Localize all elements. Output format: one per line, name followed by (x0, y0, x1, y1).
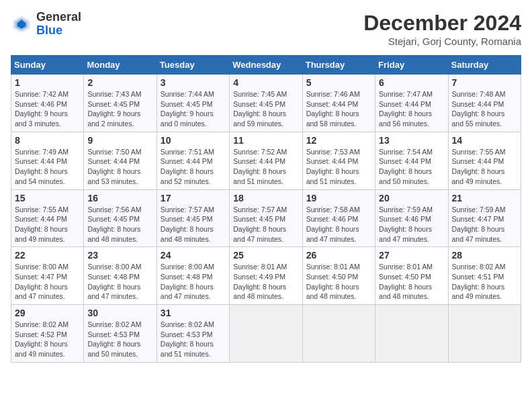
day-number: 12 (306, 135, 371, 146)
calendar-cell: 10Sunrise: 7:51 AM Sunset: 4:44 PM Dayli… (157, 132, 229, 189)
day-number: 19 (306, 193, 371, 203)
location: Stejari, Gorj County, Romania (363, 36, 521, 47)
day-number: 18 (233, 193, 298, 203)
day-number: 17 (161, 193, 226, 203)
day-number: 31 (161, 308, 226, 318)
day-number: 21 (452, 193, 517, 203)
calendar-cell (230, 305, 302, 363)
day-number: 20 (379, 193, 444, 203)
day-number: 1 (15, 77, 80, 88)
day-number: 11 (233, 135, 298, 146)
calendar-cell: 29Sunrise: 8:02 AM Sunset: 4:52 PM Dayli… (11, 305, 84, 363)
calendar-cell (448, 305, 521, 363)
calendar-cell: 13Sunrise: 7:54 AM Sunset: 4:44 PM Dayli… (375, 132, 448, 189)
day-info: Sunrise: 7:51 AM Sunset: 4:44 PM Dayligh… (161, 147, 226, 187)
calendar-cell: 1Sunrise: 7:42 AM Sunset: 4:46 PM Daylig… (11, 75, 84, 132)
day-number: 29 (15, 308, 80, 318)
day-number: 9 (87, 135, 152, 146)
day-info: Sunrise: 7:52 AM Sunset: 4:44 PM Dayligh… (233, 147, 298, 187)
day-info: Sunrise: 7:59 AM Sunset: 4:47 PM Dayligh… (452, 205, 517, 244)
day-number: 10 (161, 135, 226, 146)
calendar-week-3: 15Sunrise: 7:55 AM Sunset: 4:44 PM Dayli… (11, 189, 521, 247)
day-info: Sunrise: 7:50 AM Sunset: 4:44 PM Dayligh… (87, 147, 152, 187)
calendar-cell: 5Sunrise: 7:46 AM Sunset: 4:44 PM Daylig… (302, 75, 375, 132)
day-number: 15 (15, 193, 80, 203)
calendar-cell: 2Sunrise: 7:43 AM Sunset: 4:45 PM Daylig… (84, 75, 157, 132)
day-info: Sunrise: 8:00 AM Sunset: 4:47 PM Dayligh… (15, 262, 80, 302)
day-info: Sunrise: 7:47 AM Sunset: 4:44 PM Dayligh… (379, 89, 444, 129)
logo: General Blue (11, 11, 81, 38)
calendar-cell: 28Sunrise: 8:02 AM Sunset: 4:51 PM Dayli… (448, 247, 521, 305)
day-number: 4 (233, 77, 298, 88)
day-info: Sunrise: 8:01 AM Sunset: 4:49 PM Dayligh… (233, 262, 298, 302)
month-title: December 2024 (363, 11, 521, 36)
day-number: 7 (452, 77, 517, 88)
day-info: Sunrise: 7:55 AM Sunset: 4:44 PM Dayligh… (15, 205, 80, 244)
day-info: Sunrise: 7:55 AM Sunset: 4:44 PM Dayligh… (452, 147, 517, 187)
day-info: Sunrise: 8:01 AM Sunset: 4:50 PM Dayligh… (306, 262, 371, 302)
day-number: 22 (15, 250, 80, 261)
day-info: Sunrise: 8:02 AM Sunset: 4:53 PM Dayligh… (87, 320, 152, 359)
calendar-cell: 21Sunrise: 7:59 AM Sunset: 4:47 PM Dayli… (448, 189, 521, 247)
day-info: Sunrise: 8:02 AM Sunset: 4:52 PM Dayligh… (15, 320, 80, 359)
calendar-week-5: 29Sunrise: 8:02 AM Sunset: 4:52 PM Dayli… (11, 305, 521, 363)
day-number: 6 (379, 77, 444, 88)
calendar-cell: 24Sunrise: 8:00 AM Sunset: 4:48 PM Dayli… (157, 247, 229, 305)
day-number: 16 (87, 193, 152, 203)
calendar-cell: 20Sunrise: 7:59 AM Sunset: 4:46 PM Dayli… (375, 189, 448, 247)
day-info: Sunrise: 7:43 AM Sunset: 4:45 PM Dayligh… (87, 89, 152, 129)
logo-icon (11, 13, 32, 35)
day-info: Sunrise: 7:42 AM Sunset: 4:46 PM Dayligh… (15, 89, 80, 129)
col-header-monday: Monday (84, 56, 157, 75)
col-header-wednesday: Wednesday (230, 56, 302, 75)
calendar-cell (302, 305, 375, 363)
day-number: 8 (15, 135, 80, 146)
day-info: Sunrise: 7:49 AM Sunset: 4:44 PM Dayligh… (15, 147, 80, 187)
calendar-cell: 4Sunrise: 7:45 AM Sunset: 4:45 PM Daylig… (230, 75, 302, 132)
day-number: 2 (87, 77, 152, 88)
calendar-cell: 9Sunrise: 7:50 AM Sunset: 4:44 PM Daylig… (84, 132, 157, 189)
calendar-table: SundayMondayTuesdayWednesdayThursdayFrid… (11, 55, 521, 363)
day-info: Sunrise: 8:02 AM Sunset: 4:51 PM Dayligh… (452, 262, 517, 302)
calendar-cell (375, 305, 448, 363)
title-block: December 2024 Stejari, Gorj County, Roma… (363, 11, 521, 47)
page-header: General Blue December 2024 Stejari, Gorj… (11, 11, 521, 47)
day-number: 13 (379, 135, 444, 146)
day-info: Sunrise: 7:44 AM Sunset: 4:45 PM Dayligh… (161, 89, 226, 129)
day-info: Sunrise: 7:56 AM Sunset: 4:45 PM Dayligh… (87, 205, 152, 244)
day-number: 26 (306, 250, 371, 261)
calendar-cell: 22Sunrise: 8:00 AM Sunset: 4:47 PM Dayli… (11, 247, 84, 305)
day-number: 28 (452, 250, 517, 261)
day-info: Sunrise: 8:02 AM Sunset: 4:53 PM Dayligh… (161, 320, 226, 359)
calendar-cell: 19Sunrise: 7:58 AM Sunset: 4:46 PM Dayli… (302, 189, 375, 247)
calendar-cell: 11Sunrise: 7:52 AM Sunset: 4:44 PM Dayli… (230, 132, 302, 189)
col-header-saturday: Saturday (448, 56, 521, 75)
day-info: Sunrise: 8:00 AM Sunset: 4:48 PM Dayligh… (161, 262, 226, 302)
calendar-cell: 26Sunrise: 8:01 AM Sunset: 4:50 PM Dayli… (302, 247, 375, 305)
day-info: Sunrise: 7:46 AM Sunset: 4:44 PM Dayligh… (306, 89, 371, 129)
col-header-tuesday: Tuesday (157, 56, 229, 75)
calendar-cell: 12Sunrise: 7:53 AM Sunset: 4:44 PM Dayli… (302, 132, 375, 189)
day-number: 25 (233, 250, 298, 261)
day-number: 27 (379, 250, 444, 261)
calendar-cell: 3Sunrise: 7:44 AM Sunset: 4:45 PM Daylig… (157, 75, 229, 132)
calendar-cell: 25Sunrise: 8:01 AM Sunset: 4:49 PM Dayli… (230, 247, 302, 305)
calendar-cell: 8Sunrise: 7:49 AM Sunset: 4:44 PM Daylig… (11, 132, 84, 189)
day-info: Sunrise: 7:57 AM Sunset: 4:45 PM Dayligh… (161, 205, 226, 244)
day-info: Sunrise: 7:57 AM Sunset: 4:45 PM Dayligh… (233, 205, 298, 244)
calendar-cell: 18Sunrise: 7:57 AM Sunset: 4:45 PM Dayli… (230, 189, 302, 247)
calendar-cell: 15Sunrise: 7:55 AM Sunset: 4:44 PM Dayli… (11, 189, 84, 247)
calendar-cell: 17Sunrise: 7:57 AM Sunset: 4:45 PM Dayli… (157, 189, 229, 247)
calendar-week-4: 22Sunrise: 8:00 AM Sunset: 4:47 PM Dayli… (11, 247, 521, 305)
day-number: 24 (161, 250, 226, 261)
day-number: 14 (452, 135, 517, 146)
col-header-sunday: Sunday (11, 56, 84, 75)
calendar-cell: 27Sunrise: 8:01 AM Sunset: 4:50 PM Dayli… (375, 247, 448, 305)
day-number: 30 (87, 308, 152, 318)
day-info: Sunrise: 7:48 AM Sunset: 4:44 PM Dayligh… (452, 89, 517, 129)
day-info: Sunrise: 7:53 AM Sunset: 4:44 PM Dayligh… (306, 147, 371, 187)
day-info: Sunrise: 8:00 AM Sunset: 4:48 PM Dayligh… (87, 262, 152, 302)
day-info: Sunrise: 7:54 AM Sunset: 4:44 PM Dayligh… (379, 147, 444, 187)
day-info: Sunrise: 7:58 AM Sunset: 4:46 PM Dayligh… (306, 205, 371, 244)
day-info: Sunrise: 7:45 AM Sunset: 4:45 PM Dayligh… (233, 89, 298, 129)
